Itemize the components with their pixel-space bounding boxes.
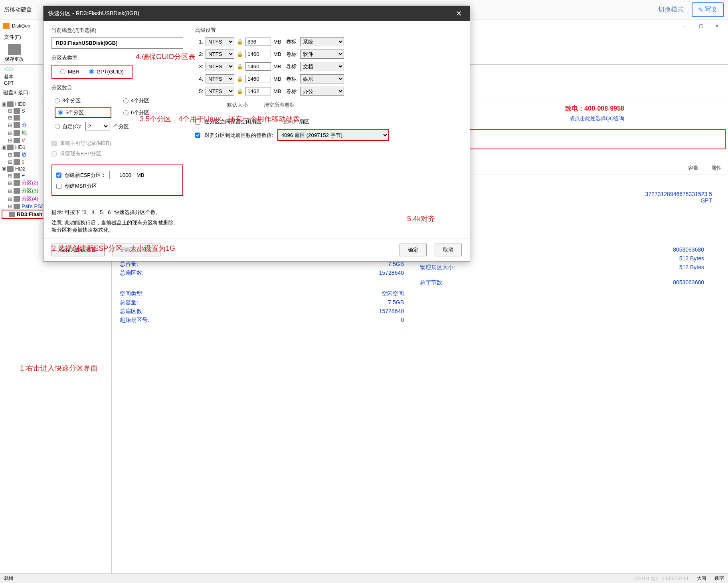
tree-item[interactable]: 地 <box>22 129 27 137</box>
chk-rebuild-mbr <box>51 141 57 146</box>
tree-item[interactable]: S <box>22 108 25 114</box>
status-num: 数字 <box>714 575 724 582</box>
cancel-button[interactable]: 取消 <box>435 244 462 256</box>
ok-button[interactable]: 确定 <box>400 244 427 256</box>
custom-unit: 个分区 <box>113 123 129 130</box>
radio-gpt[interactable]: GPT(GUID) <box>89 69 124 75</box>
chk-new-esp[interactable] <box>56 173 61 178</box>
lock-icon[interactable]: 🔒 <box>237 63 243 69</box>
label-label: 卷标: <box>286 51 298 58</box>
label-label: 卷标: <box>286 38 298 46</box>
tree-hd2[interactable]: HD2 <box>15 166 26 172</box>
label-select[interactable]: 娱乐 <box>300 74 344 83</box>
tree-item[interactable]: 分 <box>22 121 27 129</box>
part-num: 2: <box>195 51 203 57</box>
nav-fwd-icon[interactable]: ▷ <box>10 65 14 72</box>
delete-default-button[interactable]: 删除默认设置 <box>113 244 160 256</box>
size-input[interactable] <box>245 87 271 95</box>
keep-esp-label: 保留现有ESP分区 <box>60 150 101 157</box>
fs-select[interactable]: NTFS <box>206 50 234 59</box>
save-default-button[interactable]: 保存为默认设置 <box>51 244 105 256</box>
status-ready: 就绪 <box>4 575 14 582</box>
tree-item[interactable]: V <box>22 137 25 143</box>
clear-labels-link[interactable]: 清空所有卷标 <box>264 101 295 109</box>
gap-label: 在分区之间保留空闲扇区: <box>204 118 263 125</box>
advanced-label: 高级设置 <box>195 27 462 34</box>
tree-item[interactable]: 放 <box>22 151 27 158</box>
quick-partition-dialog: 快速分区 - RD3:FlashUSBDisk(8GB) ✕ 当前磁盘(点击选择… <box>43 6 470 262</box>
rebuild-mbr-label: 重建主引导记录(MBR) <box>60 140 111 147</box>
lock-icon[interactable]: 🔒 <box>237 76 243 82</box>
label-select[interactable]: 系统 <box>300 37 344 46</box>
count-label: 分区数目 <box>51 84 183 91</box>
status-caps: 大写 <box>697 575 706 582</box>
fs-select[interactable]: NTFS <box>206 87 234 96</box>
close-button[interactable]: ✕ <box>709 21 725 31</box>
custom-count-select[interactable]: 2 <box>85 122 109 131</box>
size-input[interactable] <box>245 38 271 46</box>
maximize-button[interactable]: ▢ <box>693 21 709 31</box>
lock-icon[interactable]: 🔒 <box>237 51 243 57</box>
tree-hd1[interactable]: HD1 <box>15 144 26 150</box>
tree-hd0[interactable]: HD0 <box>15 101 26 107</box>
lock-icon[interactable]: 🔒 <box>237 39 243 45</box>
chk-new-msr[interactable] <box>56 184 61 189</box>
minimize-button[interactable]: — <box>677 21 693 31</box>
dialog-title: 快速分区 - RD3:FlashUSBDisk(8GB) <box>48 10 453 17</box>
esp-size-input[interactable] <box>109 171 133 179</box>
mb-label: MB <box>273 51 281 57</box>
dialog-close-button[interactable]: ✕ <box>453 9 465 18</box>
radio-4-parts[interactable]: 4个分区 <box>123 97 180 104</box>
size-input[interactable] <box>245 75 271 83</box>
mb-label: MB <box>273 39 281 45</box>
gap-value: 2048 <box>267 119 295 125</box>
nav-back-icon[interactable]: ◁ <box>4 65 8 72</box>
label-label: 卷标: <box>286 75 298 83</box>
radio-custom-parts[interactable]: 自定(C): <box>55 123 81 130</box>
mb-label: MB <box>273 76 281 82</box>
fs-select[interactable]: NTFS <box>206 62 234 71</box>
tree-item[interactable]: 9 <box>22 159 24 165</box>
tree-item[interactable]: 分区(4) <box>22 195 38 202</box>
pt-type-box: MBR GPT(GUID) <box>51 65 133 79</box>
size-input[interactable] <box>245 62 271 71</box>
align-select[interactable]: 4096 扇区 (2097152 字节) <box>277 129 389 141</box>
guid-line: 37273128946675331523 5 <box>645 191 712 197</box>
part-num: 4: <box>195 76 203 82</box>
hint-2: 注意: 此功能执行后，当前磁盘上的现有分区将被删除。新分区将会被快速格式化。 <box>51 218 183 234</box>
write-button[interactable]: ✎ 写文 <box>692 2 724 17</box>
tree-item[interactable]: 分区(3) <box>22 187 38 194</box>
watermark: CSDN @o_0 66625111 <box>634 575 689 581</box>
current-disk-select[interactable]: RD3:FlashUSBDisk(8GB) <box>51 37 183 49</box>
radio-5-parts[interactable]: 5个分区 <box>58 109 108 116</box>
save-changes-button[interactable]: 保存更改 <box>2 44 26 63</box>
label-select[interactable]: 办公 <box>300 87 344 96</box>
menu-file[interactable]: 文件(F) <box>4 34 21 41</box>
esp-unit: MB <box>136 172 144 178</box>
radio-6-parts[interactable]: 6个分区 <box>123 107 180 118</box>
th: 容量 <box>682 165 705 172</box>
fs-select[interactable]: NTFS <box>206 37 234 46</box>
switch-mode-link[interactable]: 切换模式 <box>658 6 684 14</box>
radio-mbr[interactable]: MBR <box>60 69 79 75</box>
new-esp-label: 创建新ESP分区： <box>65 172 106 179</box>
chk-gap[interactable] <box>195 119 200 125</box>
banner-qq[interactable]: 或点击此处选择QQ咨询 <box>570 115 624 122</box>
save-label: 保存更改 <box>5 56 24 63</box>
radio-3-parts[interactable]: 3个分区 <box>55 97 111 104</box>
partition-row: 2:NTFS🔒MB卷标:软件 <box>195 50 462 59</box>
current-disk-label: 当前磁盘(点击选择) <box>51 27 183 34</box>
tree-item[interactable]: 分区(2) <box>22 179 38 186</box>
lock-icon[interactable]: 🔒 <box>237 88 243 94</box>
fs-select[interactable]: NTFS <box>206 74 234 83</box>
label-select[interactable]: 文档 <box>300 62 344 71</box>
default-size-link[interactable]: 默认大小 <box>227 101 248 109</box>
chk-align[interactable] <box>195 133 200 138</box>
th: 属性 <box>705 165 728 172</box>
label-label: 卷标: <box>286 63 298 70</box>
tree-item[interactable]: - <box>22 115 23 121</box>
part-num: 3: <box>195 63 203 69</box>
tree-item[interactable]: E <box>22 173 25 178</box>
label-select[interactable]: 软件 <box>300 50 344 59</box>
size-input[interactable] <box>245 50 271 58</box>
